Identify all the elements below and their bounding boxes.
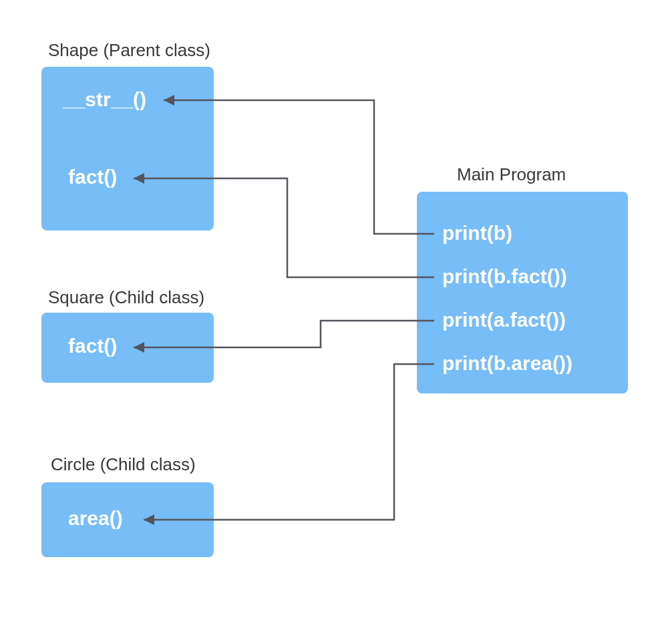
main-title: Main Program	[457, 164, 566, 185]
square-title: Square (Child class)	[48, 287, 204, 308]
shape-method-str: __str__()	[63, 88, 146, 111]
circle-title: Circle (Child class)	[51, 454, 196, 475]
square-box: fact()	[41, 313, 214, 383]
circle-box: area()	[41, 482, 214, 557]
main-line-0: print(b)	[442, 222, 512, 245]
main-line-3: print(b.area())	[442, 352, 572, 375]
main-box: print(b) print(b.fact()) print(a.fact())…	[417, 192, 628, 393]
shape-method-fact: fact()	[68, 166, 117, 188]
square-method-fact: fact()	[68, 335, 117, 357]
circle-method-area: area()	[68, 507, 123, 530]
shape-title: Shape (Parent class)	[48, 40, 210, 61]
shape-box: __str__() fact()	[41, 67, 214, 230]
main-line-1: print(b.fact())	[442, 265, 567, 288]
main-line-2: print(a.fact())	[442, 309, 566, 331]
